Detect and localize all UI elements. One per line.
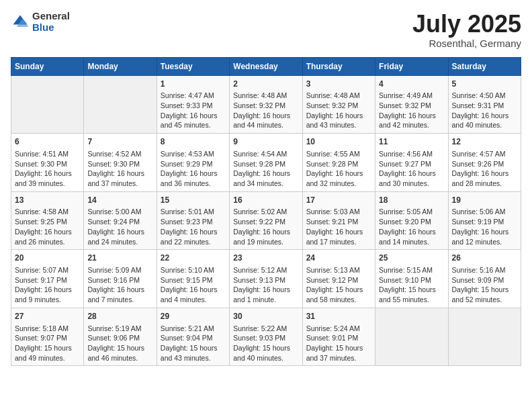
calendar-cell: 2Sunrise: 4:48 AMSunset: 9:32 PMDaylight… (230, 75, 302, 134)
daylight-text: Daylight: 16 hours and 30 minutes. (379, 169, 444, 188)
day-number: 10 (306, 136, 371, 148)
calendar-cell: 3Sunrise: 4:48 AMSunset: 9:32 PMDaylight… (302, 75, 375, 134)
sunset-text: Sunset: 9:16 PM (87, 275, 152, 285)
daylight-text: Daylight: 16 hours and 37 minutes. (87, 169, 152, 188)
calendar-cell: 6Sunrise: 4:51 AMSunset: 9:30 PMDaylight… (11, 134, 84, 192)
daylight-text: Daylight: 15 hours and 58 minutes. (306, 285, 371, 304)
day-number: 5 (452, 79, 517, 90)
calendar-cell: 27Sunrise: 5:18 AMSunset: 9:07 PMDayligh… (11, 308, 84, 366)
sunrise-text: Sunrise: 4:49 AM (379, 91, 444, 101)
month-year-title: July 2025 (412, 11, 521, 38)
day-number: 4 (379, 79, 444, 90)
calendar-cell: 10Sunrise: 4:55 AMSunset: 9:28 PMDayligh… (302, 134, 375, 192)
day-number: 14 (87, 195, 152, 206)
day-number: 9 (233, 136, 298, 148)
daylight-text: Daylight: 16 hours and 32 minutes. (306, 169, 371, 188)
sunset-text: Sunset: 9:28 PM (233, 159, 298, 169)
col-header-tuesday: Tuesday (157, 57, 229, 75)
daylight-text: Daylight: 16 hours and 43 minutes. (306, 111, 371, 130)
col-header-sunday: Sunday (11, 57, 84, 75)
sunrise-text: Sunrise: 4:48 AM (306, 91, 371, 101)
calendar-cell: 18Sunrise: 5:05 AMSunset: 9:20 PMDayligh… (375, 191, 448, 250)
sunrise-text: Sunrise: 5:09 AM (87, 265, 152, 275)
sunrise-text: Sunrise: 5:00 AM (87, 207, 152, 217)
daylight-text: Daylight: 15 hours and 37 minutes. (306, 343, 371, 363)
sunset-text: Sunset: 9:23 PM (161, 217, 226, 227)
logo: General Blue (11, 11, 70, 33)
sunset-text: Sunset: 9:03 PM (233, 333, 298, 343)
sunset-text: Sunset: 9:32 PM (379, 101, 444, 111)
day-number: 27 (15, 311, 80, 322)
sunrise-text: Sunrise: 5:02 AM (233, 207, 298, 217)
sunset-text: Sunset: 9:15 PM (161, 275, 226, 285)
day-number: 22 (161, 253, 226, 264)
day-number: 25 (379, 253, 444, 264)
calendar-table: SundayMondayTuesdayWednesdayThursdayFrid… (11, 57, 521, 367)
day-number: 2 (233, 79, 298, 90)
day-number: 28 (87, 311, 152, 322)
calendar-cell (448, 308, 521, 366)
calendar-cell: 28Sunrise: 5:19 AMSunset: 9:06 PMDayligh… (84, 308, 157, 366)
calendar-cell: 4Sunrise: 4:49 AMSunset: 9:32 PMDaylight… (375, 75, 448, 134)
sunset-text: Sunset: 9:28 PM (306, 159, 371, 169)
daylight-text: Daylight: 16 hours and 40 minutes. (452, 111, 517, 130)
sunset-text: Sunset: 9:21 PM (306, 217, 371, 227)
logo-blue-text: Blue (32, 22, 70, 34)
col-header-monday: Monday (84, 57, 157, 75)
daylight-text: Daylight: 16 hours and 17 minutes. (306, 227, 371, 246)
sunrise-text: Sunrise: 5:13 AM (306, 265, 371, 275)
daylight-text: Daylight: 16 hours and 24 minutes. (87, 227, 152, 246)
calendar-cell: 21Sunrise: 5:09 AMSunset: 9:16 PMDayligh… (84, 250, 157, 308)
daylight-text: Daylight: 15 hours and 40 minutes. (233, 343, 298, 363)
day-number: 19 (452, 195, 517, 206)
daylight-text: Daylight: 16 hours and 7 minutes. (87, 285, 152, 304)
sunrise-text: Sunrise: 5:01 AM (161, 207, 226, 217)
day-number: 23 (233, 253, 298, 264)
sunrise-text: Sunrise: 4:57 AM (452, 149, 517, 159)
daylight-text: Daylight: 16 hours and 44 minutes. (233, 111, 298, 130)
col-header-saturday: Saturday (448, 57, 521, 75)
sunset-text: Sunset: 9:12 PM (306, 275, 371, 285)
sunset-text: Sunset: 9:32 PM (233, 101, 298, 111)
sunset-text: Sunset: 9:17 PM (15, 275, 80, 285)
sunrise-text: Sunrise: 4:47 AM (161, 91, 226, 101)
calendar-week-row: 20Sunrise: 5:07 AMSunset: 9:17 PMDayligh… (11, 250, 521, 308)
calendar-cell (11, 75, 84, 134)
day-number: 20 (15, 253, 80, 264)
sunset-text: Sunset: 9:22 PM (233, 217, 298, 227)
sunset-text: Sunset: 9:31 PM (452, 101, 517, 111)
day-number: 21 (87, 253, 152, 264)
calendar-cell: 16Sunrise: 5:02 AMSunset: 9:22 PMDayligh… (230, 191, 302, 250)
sunrise-text: Sunrise: 5:06 AM (452, 207, 517, 217)
sunrise-text: Sunrise: 4:54 AM (233, 149, 298, 159)
sunrise-text: Sunrise: 5:07 AM (15, 265, 80, 275)
calendar-cell: 31Sunrise: 5:24 AMSunset: 9:01 PMDayligh… (302, 308, 375, 366)
sunrise-text: Sunrise: 5:15 AM (379, 265, 444, 275)
daylight-text: Daylight: 15 hours and 49 minutes. (15, 343, 80, 363)
calendar-cell: 30Sunrise: 5:22 AMSunset: 9:03 PMDayligh… (230, 308, 302, 366)
daylight-text: Daylight: 16 hours and 39 minutes. (15, 169, 80, 188)
day-number: 24 (306, 253, 371, 264)
calendar-cell: 9Sunrise: 4:54 AMSunset: 9:28 PMDaylight… (230, 134, 302, 192)
sunset-text: Sunset: 9:24 PM (87, 217, 152, 227)
sunrise-text: Sunrise: 5:05 AM (379, 207, 444, 217)
sunset-text: Sunset: 9:33 PM (161, 101, 226, 111)
day-number: 1 (161, 79, 226, 90)
col-header-friday: Friday (375, 57, 448, 75)
sunset-text: Sunset: 9:30 PM (87, 159, 152, 169)
day-number: 6 (15, 136, 80, 148)
calendar-cell: 23Sunrise: 5:12 AMSunset: 9:13 PMDayligh… (230, 250, 302, 308)
calendar-cell: 19Sunrise: 5:06 AMSunset: 9:19 PMDayligh… (448, 191, 521, 250)
daylight-text: Daylight: 15 hours and 52 minutes. (452, 285, 517, 304)
logo-icon (11, 13, 30, 32)
daylight-text: Daylight: 15 hours and 43 minutes. (161, 343, 226, 363)
calendar-cell: 12Sunrise: 4:57 AMSunset: 9:26 PMDayligh… (448, 134, 521, 192)
day-number: 8 (161, 136, 226, 148)
daylight-text: Daylight: 16 hours and 45 minutes. (161, 111, 226, 130)
sunset-text: Sunset: 9:32 PM (306, 101, 371, 111)
calendar-cell: 15Sunrise: 5:01 AMSunset: 9:23 PMDayligh… (157, 191, 229, 250)
sunset-text: Sunset: 9:07 PM (15, 333, 80, 343)
day-number: 12 (452, 136, 517, 148)
sunrise-text: Sunrise: 4:53 AM (161, 149, 226, 159)
sunrise-text: Sunrise: 4:58 AM (15, 207, 80, 217)
